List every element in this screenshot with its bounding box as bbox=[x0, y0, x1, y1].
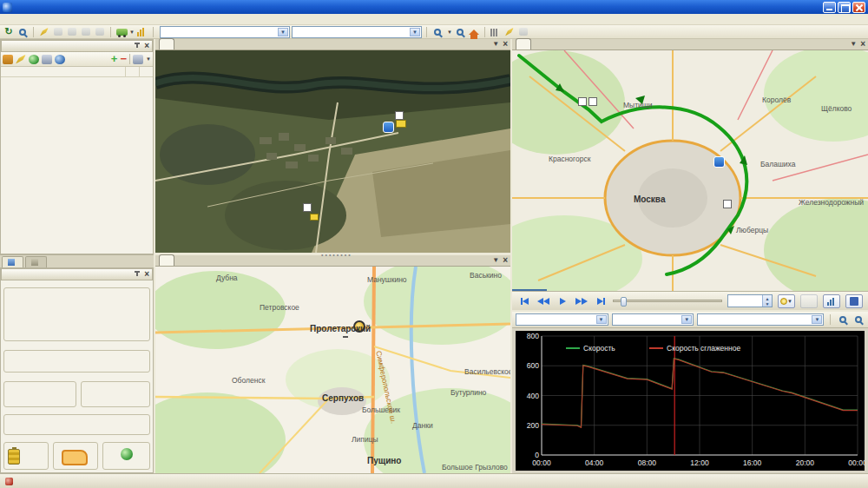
svg-text:20:00: 20:00 bbox=[796, 458, 815, 467]
globe-green-icon[interactable] bbox=[29, 55, 39, 64]
parking-marker[interactable] bbox=[713, 156, 725, 168]
screenshot-icon[interactable] bbox=[42, 55, 52, 64]
skip-end-icon[interactable] bbox=[594, 295, 608, 307]
fast-forward-icon[interactable] bbox=[575, 295, 589, 307]
edit-icon[interactable] bbox=[16, 55, 26, 64]
splitter-right[interactable] bbox=[510, 39, 512, 473]
map-label: Большое Грызлово bbox=[442, 463, 508, 472]
tab-track[interactable] bbox=[516, 38, 531, 49]
parking-marker[interactable] bbox=[383, 122, 394, 133]
vehicle-dropdown-caret[interactable]: ▼ bbox=[129, 30, 135, 35]
marker-2b[interactable] bbox=[303, 203, 312, 212]
slider-thumb[interactable] bbox=[621, 297, 627, 307]
maximize-button[interactable] bbox=[838, 2, 851, 13]
adc-group bbox=[3, 414, 150, 435]
function-select[interactable]: ▼ bbox=[516, 313, 608, 326]
gps-group bbox=[102, 442, 150, 470]
zoom-out-icon[interactable] bbox=[852, 314, 865, 326]
close-icon[interactable]: × bbox=[503, 41, 508, 48]
grid-icon bbox=[52, 26, 64, 37]
rewind-icon[interactable] bbox=[536, 295, 550, 307]
zoom-out-icon[interactable] bbox=[454, 26, 466, 37]
list-icon[interactable] bbox=[490, 26, 502, 37]
geozone-icon bbox=[31, 259, 38, 266]
minimize-button[interactable] bbox=[823, 2, 836, 13]
view-dropdown-caret[interactable]: ▼ bbox=[146, 56, 151, 62]
chart-icon[interactable] bbox=[136, 26, 148, 37]
highlight-button[interactable]: ▼ bbox=[778, 294, 795, 308]
tab-dropdown-icon[interactable]: ▼ bbox=[492, 256, 499, 264]
parameter-select[interactable]: ▼ bbox=[612, 313, 694, 326]
globe-blue-icon[interactable] bbox=[55, 55, 65, 64]
close-button[interactable] bbox=[852, 2, 865, 13]
svg-text:04:00: 04:00 bbox=[585, 458, 604, 467]
map-label: Королёв bbox=[762, 96, 791, 104]
pin-icon[interactable] bbox=[134, 43, 141, 49]
chart-toolbar: ▼ ▼ ▼ bbox=[512, 312, 868, 328]
play-icon[interactable] bbox=[556, 295, 569, 307]
zoom-in-icon[interactable] bbox=[837, 314, 849, 326]
fuel-chart[interactable]: 020040060080000:0004:0008:0012:0016:0020… bbox=[516, 331, 865, 471]
view-mode-button[interactable] bbox=[133, 55, 143, 64]
flag-marker bbox=[310, 214, 319, 221]
tab-vehicles[interactable] bbox=[2, 256, 23, 267]
satellite-map-image bbox=[155, 50, 510, 253]
tab-dropdown-icon[interactable]: ▼ bbox=[850, 40, 857, 48]
refresh-icon[interactable]: ↻ bbox=[3, 26, 15, 37]
map-label: Васькино bbox=[470, 271, 502, 280]
engine-icon bbox=[62, 450, 88, 465]
satellite-map[interactable] bbox=[155, 50, 510, 253]
close-icon[interactable]: × bbox=[860, 41, 865, 48]
track-map-image bbox=[512, 50, 868, 291]
report-icon[interactable] bbox=[503, 26, 516, 37]
map-layer-select[interactable]: ▼ bbox=[292, 26, 422, 38]
column-b[interactable] bbox=[125, 67, 139, 76]
driver-group bbox=[3, 350, 150, 373]
add-vehicle-button[interactable]: + bbox=[111, 55, 118, 63]
column-d1[interactable] bbox=[139, 67, 153, 76]
map-label: Бутурлино bbox=[450, 388, 486, 397]
zoom-dropdown-caret[interactable]: ▼ bbox=[447, 30, 452, 35]
map-label: Данки bbox=[412, 421, 433, 430]
track-map[interactable]: КрасногорскМытищиКоролёвЩёлковоБалашихаЖ… bbox=[512, 50, 868, 291]
track-position-slider[interactable] bbox=[613, 300, 722, 302]
edit-icon[interactable] bbox=[38, 26, 50, 37]
close-icon[interactable]: × bbox=[144, 43, 149, 49]
show-chart-button[interactable] bbox=[823, 294, 840, 308]
info-panel: × bbox=[0, 267, 154, 473]
map-provider-select[interactable]: ▼ bbox=[160, 26, 290, 38]
bulb-icon bbox=[780, 298, 787, 305]
close-icon[interactable]: × bbox=[503, 257, 508, 264]
marker-2[interactable] bbox=[723, 200, 732, 208]
vehicles-column-headers bbox=[1, 67, 153, 77]
marker-1[interactable] bbox=[578, 97, 587, 106]
search-icon[interactable] bbox=[16, 26, 29, 37]
splitter-handle[interactable]: •••••••• bbox=[321, 252, 352, 258]
save-button[interactable] bbox=[845, 294, 863, 308]
tab-geozones[interactable] bbox=[25, 256, 47, 267]
map-label: Липицы bbox=[352, 435, 378, 444]
app-icon bbox=[3, 3, 12, 12]
zoom-in-icon[interactable] bbox=[431, 26, 444, 37]
splitter-left[interactable] bbox=[154, 39, 155, 473]
marker-2[interactable] bbox=[395, 111, 404, 120]
sort-icon[interactable] bbox=[3, 55, 13, 64]
tab-actros[interactable] bbox=[159, 254, 174, 266]
battery-icon bbox=[8, 449, 20, 465]
marker-3[interactable] bbox=[589, 97, 597, 106]
playback-rate-spinner[interactable]: ▲▼ bbox=[727, 294, 773, 307]
skip-start-icon[interactable] bbox=[517, 295, 531, 307]
status-icon bbox=[5, 478, 13, 485]
route-icon bbox=[94, 26, 106, 37]
tab-all-objects[interactable] bbox=[159, 38, 174, 49]
remove-vehicle-button[interactable]: − bbox=[120, 55, 127, 63]
close-icon[interactable]: × bbox=[144, 271, 149, 278]
home-icon[interactable] bbox=[468, 26, 480, 37]
tab-dropdown-icon[interactable]: ▼ bbox=[492, 40, 499, 48]
info-panel-header: × bbox=[1, 268, 153, 280]
map-label: Москва bbox=[634, 195, 665, 204]
road-map[interactable]: ДубнаМанушкиноВаськиноПетровскоеПролетар… bbox=[155, 267, 510, 473]
vehicle-icon[interactable] bbox=[115, 26, 128, 37]
mode-select[interactable]: ▼ bbox=[697, 313, 824, 326]
pin-icon[interactable] bbox=[134, 271, 141, 278]
